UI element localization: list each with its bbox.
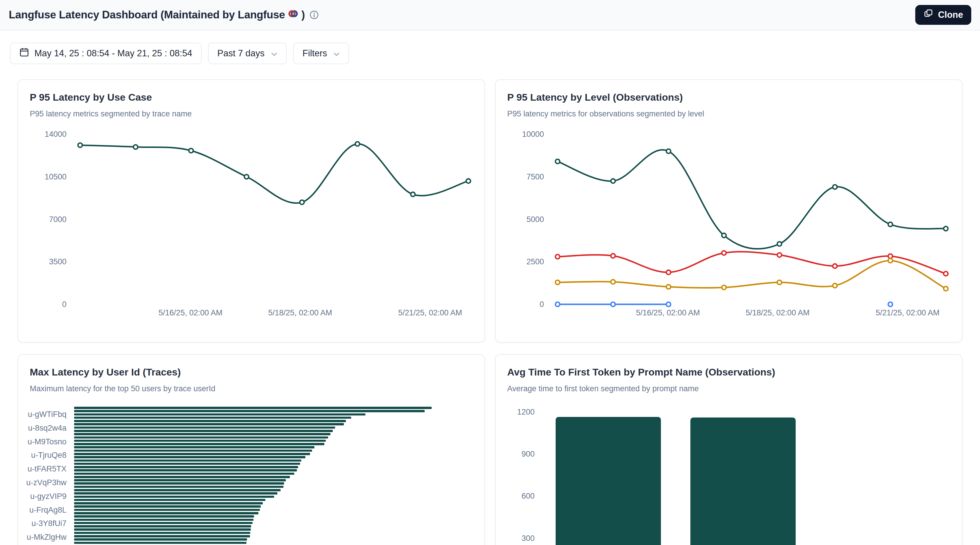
user-id-label: u-gyzVIP9 bbox=[30, 492, 67, 501]
chart-title: Avg Time To First Token by Prompt Name (… bbox=[507, 367, 950, 378]
data-point bbox=[611, 179, 615, 183]
data-point bbox=[722, 233, 726, 237]
plot-area bbox=[542, 407, 950, 545]
data-point bbox=[943, 226, 948, 231]
y-tick-label: 1200 bbox=[517, 407, 535, 416]
chart-title: Max Latency by User Id (Traces) bbox=[30, 367, 473, 378]
title-wrap: Langfuse Latency Dashboard (Maintained b… bbox=[9, 8, 319, 22]
bar bbox=[74, 466, 298, 468]
x-tick-label: 5/16/25, 02:00 AM bbox=[159, 308, 223, 317]
line-series-svg bbox=[74, 134, 476, 304]
user-id-label: u-MkZlgHw bbox=[27, 532, 67, 542]
bar bbox=[74, 413, 366, 416]
chevron-down-icon bbox=[333, 48, 340, 59]
data-point bbox=[133, 145, 138, 149]
data-point bbox=[888, 302, 892, 307]
bar bbox=[74, 532, 250, 534]
bar bbox=[74, 528, 251, 531]
copy-icon bbox=[923, 9, 933, 21]
bar bbox=[74, 459, 301, 462]
data-point bbox=[722, 251, 726, 255]
x-tick-label: 5/21/25, 02:00 AM bbox=[876, 308, 939, 317]
preset-value: Past 7 days bbox=[217, 48, 264, 59]
y-axis: 1200900600300 bbox=[507, 407, 542, 545]
bar bbox=[74, 519, 253, 521]
bar bbox=[74, 423, 344, 425]
info-icon[interactable] bbox=[309, 10, 319, 19]
data-point bbox=[943, 287, 948, 291]
data-point bbox=[244, 174, 249, 179]
clone-label: Clone bbox=[938, 10, 963, 20]
data-point bbox=[666, 149, 671, 153]
plot-area: 5/16/25, 02:00 AM5/18/25, 02:00 AM5/21/2… bbox=[74, 134, 473, 304]
line-chart-use-case: 03500700010500140005/16/25, 02:00 AM5/18… bbox=[30, 134, 473, 304]
line-chart-level: 0250050007500100005/16/25, 02:00 AM5/18/… bbox=[507, 134, 950, 304]
card-p95-latency-level: P 95 Latency by Level (Observations) P95… bbox=[495, 80, 963, 343]
data-point bbox=[611, 302, 615, 307]
bar bbox=[74, 456, 305, 458]
bar bbox=[74, 443, 325, 445]
y-tick-label: 10500 bbox=[45, 172, 67, 181]
data-point bbox=[78, 143, 82, 147]
data-point bbox=[611, 253, 615, 258]
data-point bbox=[555, 302, 560, 307]
y-axis: u-gWTiFbqu-8sq2w4au-M9Tosnou-TjruQe8u-tF… bbox=[30, 407, 74, 545]
bar bbox=[74, 502, 263, 504]
line-series-red bbox=[558, 252, 946, 274]
data-point bbox=[888, 258, 892, 263]
preset-select[interactable]: Past 7 days bbox=[208, 43, 287, 64]
bar bbox=[555, 417, 661, 545]
data-point bbox=[666, 270, 671, 274]
bar bbox=[74, 463, 300, 465]
user-id-label: u-TjruQe8 bbox=[31, 451, 67, 460]
data-point bbox=[410, 192, 415, 197]
data-point bbox=[777, 280, 782, 284]
knot-emoji-icon bbox=[288, 8, 298, 22]
bar bbox=[74, 469, 297, 472]
chart-subtitle: P95 latency metrics for observations seg… bbox=[507, 109, 950, 118]
data-point bbox=[833, 185, 837, 189]
date-range-value: May 14, 25 : 08:54 - May 21, 25 : 08:54 bbox=[34, 48, 192, 59]
y-tick-label: 5000 bbox=[527, 215, 544, 224]
clone-button[interactable]: Clone bbox=[915, 5, 971, 25]
data-point bbox=[666, 284, 671, 289]
page-title-text: Langfuse Latency Dashboard (Maintained b… bbox=[9, 9, 285, 21]
bar bbox=[74, 440, 326, 442]
dashboard-grid: P 95 Latency by Use Case P95 latency met… bbox=[18, 80, 963, 545]
toolbar: May 14, 25 : 08:54 - May 21, 25 : 08:54 … bbox=[10, 43, 980, 64]
chart-title: P 95 Latency by Use Case bbox=[30, 92, 473, 103]
page-title: Langfuse Latency Dashboard (Maintained b… bbox=[9, 8, 305, 22]
line-series-gold bbox=[558, 261, 946, 288]
calendar-icon bbox=[19, 47, 29, 59]
card-p95-latency-use-case: P 95 Latency by Use Case P95 latency met… bbox=[18, 80, 485, 343]
user-id-label: u-FrqAg8L bbox=[29, 505, 67, 515]
y-axis: 025005000750010000 bbox=[507, 134, 552, 304]
bar bbox=[74, 420, 346, 422]
data-point bbox=[611, 280, 615, 284]
bar bbox=[74, 473, 294, 475]
date-range-picker[interactable]: May 14, 25 : 08:54 - May 21, 25 : 08:54 bbox=[10, 43, 202, 64]
bar bbox=[74, 437, 328, 439]
y-tick-label: 7000 bbox=[49, 215, 67, 224]
x-tick-label: 5/21/25, 02:00 AM bbox=[398, 308, 462, 317]
chart-subtitle: Maximum latency for the top 50 users by … bbox=[30, 384, 473, 393]
bar bbox=[74, 496, 274, 498]
data-point bbox=[722, 285, 726, 290]
line-series-svg bbox=[552, 134, 953, 304]
bar bbox=[74, 453, 310, 455]
bar bbox=[74, 542, 247, 544]
y-tick-label: 2500 bbox=[527, 257, 544, 266]
data-point bbox=[666, 302, 671, 307]
filters-button[interactable]: Filters bbox=[293, 43, 349, 64]
chevron-down-icon bbox=[271, 48, 277, 59]
bar bbox=[74, 407, 432, 409]
line-series-green bbox=[558, 150, 946, 249]
bar bbox=[74, 515, 254, 518]
bar bbox=[74, 509, 260, 511]
data-point bbox=[833, 283, 837, 288]
x-tick-label: 5/18/25, 02:00 AM bbox=[268, 308, 332, 317]
y-tick-label: 600 bbox=[522, 492, 535, 500]
bar bbox=[74, 476, 290, 478]
bar bbox=[74, 535, 250, 537]
bar bbox=[74, 449, 312, 452]
